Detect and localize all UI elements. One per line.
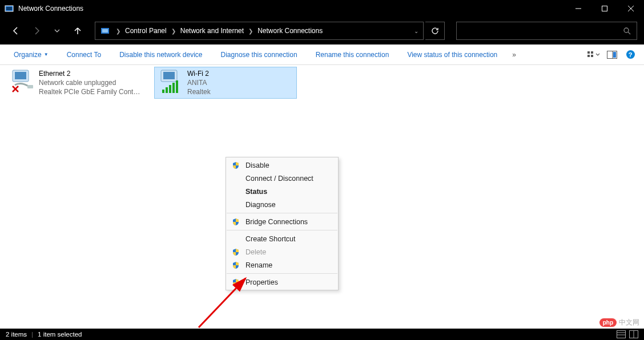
svg-rect-25 bbox=[166, 87, 168, 93]
menu-item-diagnose[interactable]: Diagnose bbox=[226, 198, 338, 211]
network-adapter-icon bbox=[9, 69, 35, 94]
chevron-down-icon: ▼ bbox=[44, 52, 49, 57]
menu-item-delete: Delete bbox=[226, 245, 338, 258]
search-box[interactable] bbox=[456, 22, 637, 40]
chevron-right-icon: ❯ bbox=[116, 28, 120, 34]
menu-item-rename[interactable]: Rename bbox=[226, 258, 338, 272]
menu-item-label: Disable bbox=[245, 161, 269, 169]
svg-rect-16 bbox=[613, 52, 616, 58]
menu-item-disable[interactable]: Disable bbox=[226, 159, 338, 172]
content-area: Ethernet 2 Network cable unplugged Realt… bbox=[0, 65, 644, 329]
status-bar: 2 items | 1 item selected bbox=[0, 329, 644, 340]
title-bar: Network Connections bbox=[0, 0, 644, 17]
adapter-device: Realtek bbox=[187, 87, 211, 96]
svg-rect-3 bbox=[602, 6, 607, 11]
chevron-right-icon: ❯ bbox=[171, 28, 176, 34]
watermark: php 中文网 bbox=[599, 318, 639, 327]
rename-button[interactable]: Rename this connection bbox=[308, 44, 397, 64]
adapter-name: Wi-Fi 2 bbox=[187, 69, 211, 78]
svg-rect-13 bbox=[591, 55, 593, 57]
menu-item-bridge-connections[interactable]: Bridge Connections bbox=[226, 215, 338, 228]
window-title: Network Connections bbox=[18, 5, 83, 13]
svg-rect-10 bbox=[587, 51, 590, 54]
menu-item-label: Status bbox=[245, 188, 267, 196]
menu-item-connect-disconnect[interactable]: Connect / Disconnect bbox=[226, 172, 338, 185]
app-icon bbox=[5, 4, 14, 13]
menu-item-label: Diagnose bbox=[245, 201, 276, 209]
breadcrumb-item[interactable]: Network Connections bbox=[257, 27, 323, 35]
adapter-status: ANITA bbox=[187, 78, 211, 87]
breadcrumb-item[interactable]: Network and Internet bbox=[180, 27, 244, 35]
svg-rect-28 bbox=[176, 80, 178, 93]
diagnose-button[interactable]: Diagnose this connection bbox=[213, 44, 305, 64]
adapter-wifi[interactable]: Wi-Fi 2 ANITA Realtek bbox=[154, 67, 297, 99]
forward-button[interactable] bbox=[27, 22, 46, 40]
up-button[interactable] bbox=[69, 22, 87, 40]
menu-item-create-shortcut[interactable]: Create Shortcut bbox=[226, 232, 338, 245]
connect-to-button[interactable]: Connect To bbox=[59, 44, 110, 64]
recent-locations-button[interactable] bbox=[48, 22, 66, 40]
menu-separator bbox=[227, 273, 337, 274]
menu-item-properties[interactable]: Properties bbox=[226, 276, 338, 289]
minimize-button[interactable] bbox=[565, 0, 591, 17]
selected-count: 1 item selected bbox=[38, 331, 82, 338]
menu-item-label: Delete bbox=[245, 248, 266, 256]
svg-rect-23 bbox=[163, 72, 175, 79]
svg-rect-19 bbox=[27, 85, 33, 88]
svg-rect-11 bbox=[591, 51, 593, 54]
preview-pane-button[interactable] bbox=[604, 51, 620, 59]
adapter-device: Realtek PCIe GbE Family Controller bbox=[39, 87, 142, 96]
details-view-icon[interactable] bbox=[617, 330, 626, 338]
menu-item-label: Properties bbox=[245, 278, 278, 286]
svg-rect-18 bbox=[15, 72, 26, 79]
network-adapter-icon bbox=[158, 69, 184, 94]
svg-line-9 bbox=[628, 32, 630, 34]
adapter-ethernet[interactable]: Ethernet 2 Network cable unplugged Realt… bbox=[6, 67, 148, 99]
svg-rect-1 bbox=[6, 7, 12, 10]
close-button[interactable] bbox=[618, 0, 644, 17]
svg-rect-12 bbox=[587, 55, 590, 57]
svg-point-8 bbox=[624, 28, 629, 33]
chevron-down-icon[interactable]: ⌄ bbox=[414, 28, 418, 34]
watermark-text: 中文网 bbox=[619, 318, 639, 327]
menu-separator bbox=[227, 230, 337, 230]
back-button[interactable] bbox=[7, 22, 25, 40]
menu-item-label: Rename bbox=[245, 261, 272, 269]
navigation-bar: ❯ Control Panel ❯ Network and Internet ❯… bbox=[0, 17, 644, 44]
large-icons-view-icon[interactable] bbox=[629, 330, 638, 338]
menu-item-label: Connect / Disconnect bbox=[245, 175, 313, 183]
items-count: 2 items bbox=[6, 331, 27, 338]
menu-item-label: Create Shortcut bbox=[245, 235, 296, 243]
svg-rect-24 bbox=[162, 90, 164, 93]
svg-rect-27 bbox=[172, 83, 175, 93]
context-menu: DisableConnect / DisconnectStatusDiagnos… bbox=[226, 157, 339, 290]
help-icon: ? bbox=[626, 50, 635, 59]
overflow-button[interactable]: » bbox=[508, 51, 521, 59]
address-bar[interactable]: ❯ Control Panel ❯ Network and Internet ❯… bbox=[95, 22, 424, 40]
disable-device-button[interactable]: Disable this network device bbox=[111, 44, 210, 64]
command-bar: Organize▼ Connect To Disable this networ… bbox=[0, 44, 644, 65]
help-button[interactable]: ? bbox=[622, 50, 638, 59]
maximize-button[interactable] bbox=[591, 0, 618, 17]
chevron-right-icon: ❯ bbox=[248, 28, 253, 34]
adapter-status: Network cable unplugged bbox=[39, 78, 142, 87]
location-icon bbox=[100, 26, 110, 35]
menu-item-status[interactable]: Status bbox=[226, 185, 338, 198]
menu-item-label: Bridge Connections bbox=[245, 218, 308, 226]
view-options-button[interactable] bbox=[586, 51, 602, 59]
breadcrumb-item[interactable]: Control Panel bbox=[125, 27, 167, 35]
search-icon bbox=[623, 27, 631, 35]
view-status-button[interactable]: View status of this connection bbox=[399, 44, 505, 64]
php-badge: php bbox=[599, 318, 617, 327]
svg-rect-30 bbox=[617, 331, 626, 338]
refresh-button[interactable] bbox=[425, 22, 445, 40]
adapter-name: Ethernet 2 bbox=[39, 69, 142, 78]
organize-menu[interactable]: Organize▼ bbox=[6, 44, 57, 64]
svg-rect-7 bbox=[102, 29, 108, 33]
svg-rect-26 bbox=[169, 85, 171, 93]
menu-separator bbox=[227, 213, 337, 213]
